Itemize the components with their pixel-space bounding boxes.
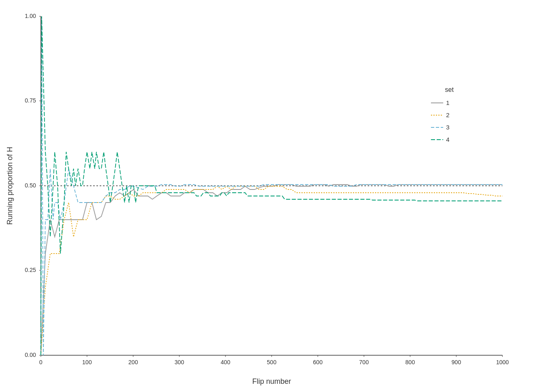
x-tick-900: 900 <box>451 359 461 365</box>
y-tick-050: 0.50 <box>25 182 36 189</box>
y-axis-label: Running proportion of H <box>6 147 14 225</box>
legend-title: set <box>445 86 454 93</box>
x-tick-700: 700 <box>359 359 369 365</box>
y-tick-100: 1.00 <box>25 13 36 19</box>
x-axis-label: Flip number <box>252 377 291 385</box>
legend-label-2: 2 <box>446 111 449 118</box>
x-tick-400: 400 <box>221 359 230 365</box>
x-tick-200: 200 <box>128 359 138 365</box>
legend-box <box>429 82 494 151</box>
y-tick-025: 0.25 <box>25 267 36 273</box>
y-tick-0: 0.00 <box>25 352 36 358</box>
x-tick-800: 800 <box>405 359 415 365</box>
chart-container: 0.00 0.25 0.50 0.75 1.00 0 100 200 300 4… <box>0 0 549 392</box>
x-tick-600: 600 <box>313 359 323 365</box>
legend-label-1: 1 <box>446 99 449 106</box>
x-tick-500: 500 <box>267 359 277 365</box>
x-tick-1000: 1000 <box>496 359 509 365</box>
x-tick-0: 0 <box>39 359 42 365</box>
x-tick-100: 100 <box>82 359 92 365</box>
legend-label-4: 4 <box>446 136 449 143</box>
legend-label-3: 3 <box>446 124 449 131</box>
x-tick-300: 300 <box>174 359 184 365</box>
y-tick-075: 0.75 <box>25 97 36 104</box>
